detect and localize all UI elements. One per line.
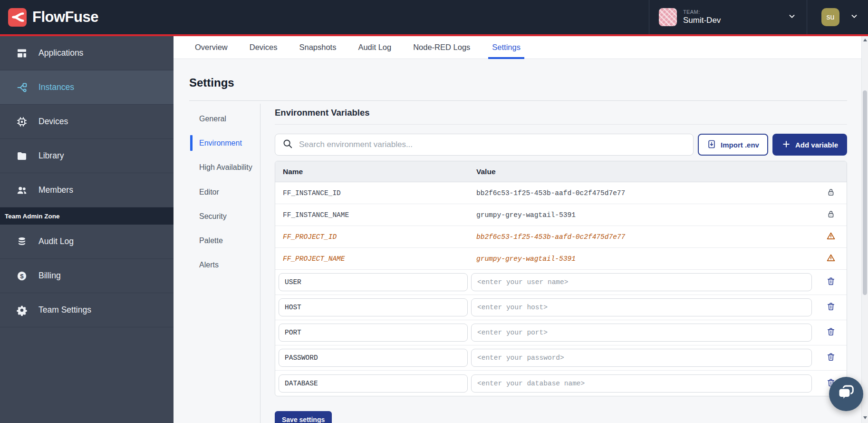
env-var-value: bb2f6c53-1f25-453b-aafd-0c2f475d7e77: [476, 233, 815, 241]
billing-icon: $: [16, 270, 28, 282]
topbar-right: TEAM: Sumit-Dev su: [649, 0, 868, 34]
vertical-scrollbar[interactable]: [861, 36, 868, 423]
sidebar-item-label: Audit Log: [39, 236, 74, 246]
chat-widget-button[interactable]: [829, 377, 863, 411]
main-area: OverviewDevicesSnapshotsAudit LogNode-RE…: [174, 36, 868, 423]
import-env-button[interactable]: Import .env: [698, 134, 768, 156]
save-settings-button[interactable]: Save settings: [275, 411, 332, 423]
devices-icon: [16, 116, 28, 128]
lock-icon: [826, 187, 836, 199]
deprecated-warning-indicator: [815, 231, 847, 243]
env-value-input[interactable]: [471, 273, 812, 291]
delete-variable-button[interactable]: [815, 327, 847, 338]
env-var-value: grumpy-grey-wagtail-5391: [476, 211, 815, 219]
tab-node-red-logs[interactable]: Node-RED Logs: [409, 36, 474, 59]
sidebar-item-audit-log[interactable]: Audit Log: [0, 225, 174, 259]
settings-nav-alerts[interactable]: Alerts: [189, 253, 260, 277]
add-variable-button[interactable]: Add variable: [772, 134, 847, 156]
tab-overview[interactable]: Overview: [191, 36, 231, 59]
settings-nav-general[interactable]: General: [189, 107, 260, 131]
env-variables-table: NameValueFF_INSTANCE_IDbb2f6c53-1f25-453…: [275, 161, 847, 396]
trash-icon: [826, 302, 836, 313]
tab-audit-log[interactable]: Audit Log: [354, 36, 395, 59]
search-input[interactable]: [299, 140, 686, 149]
instance-tabbar: OverviewDevicesSnapshotsAudit LogNode-RE…: [174, 36, 868, 59]
sidebar-item-team-settings[interactable]: Team Settings: [0, 293, 174, 327]
warning-icon: [826, 253, 836, 265]
team-name: Sumit-Dev: [683, 16, 721, 25]
environment-divider: [275, 124, 847, 125]
trash-icon: [826, 327, 836, 338]
delete-variable-button[interactable]: [815, 276, 847, 288]
env-name-input[interactable]: [279, 349, 468, 367]
sidebar-item-label: Members: [39, 185, 73, 195]
env-var-row: FF_INSTANCE_IDbb2f6c53-1f25-453b-aafd-0c…: [275, 182, 847, 204]
user-avatar: su: [821, 8, 839, 26]
environment-heading: Environment Variables: [275, 108, 847, 118]
env-name-input[interactable]: [279, 298, 468, 316]
env-var-row: [275, 345, 847, 371]
settings-nav-editor[interactable]: Editor: [189, 180, 260, 204]
tab-devices[interactable]: Devices: [246, 36, 281, 59]
trash-icon: [826, 352, 836, 364]
sidebar-item-applications[interactable]: Applications: [0, 36, 174, 70]
env-var-name: FF_PROJECT_ID: [275, 233, 476, 241]
team-selector[interactable]: TEAM: Sumit-Dev: [649, 0, 807, 34]
env-value-input[interactable]: [471, 349, 812, 367]
sidebar-item-billing[interactable]: $Billing: [0, 259, 174, 293]
env-var-row: FF_PROJECT_IDbb2f6c53-1f25-453b-aafd-0c2…: [275, 226, 847, 248]
lock-icon: [826, 209, 836, 221]
trash-icon: [826, 276, 836, 288]
env-name-input[interactable]: [279, 273, 468, 291]
search-box: [275, 134, 694, 156]
env-name-input[interactable]: [279, 374, 468, 393]
team-text: TEAM: Sumit-Dev: [683, 9, 721, 25]
settings-content: Settings GeneralEnvironmentHigh Availabi…: [174, 59, 861, 423]
sidebar-item-members[interactable]: Members: [0, 173, 174, 207]
applications-icon: [16, 48, 28, 59]
delete-variable-button[interactable]: [815, 302, 847, 313]
settings-nav-security[interactable]: Security: [189, 204, 260, 228]
scroll-down-arrow-icon[interactable]: [863, 416, 867, 419]
sidebar-item-devices[interactable]: Devices: [0, 105, 174, 139]
env-value-input[interactable]: [471, 298, 812, 316]
env-value-input[interactable]: [471, 324, 812, 342]
column-header-value: Value: [476, 167, 815, 176]
plus-icon: [781, 139, 791, 150]
topbar: FlowFuse TEAM: Sumit-Dev su: [0, 0, 868, 34]
env-var-name: FF_INSTANCE_ID: [275, 189, 476, 197]
chevron-down-icon: [788, 12, 796, 22]
settings-nav-palette[interactable]: Palette: [189, 228, 260, 253]
sidebar: ApplicationsInstancesDevicesLibraryMembe…: [0, 36, 174, 423]
sidebar-item-label: Instances: [39, 82, 74, 92]
settings-nav-high-availability[interactable]: High Availability: [189, 155, 260, 179]
settings-subnav: GeneralEnvironmentHigh AvailabilityEdito…: [189, 104, 260, 423]
settings-nav-environment[interactable]: Environment: [189, 131, 260, 155]
scrollbar-thumb[interactable]: [863, 90, 867, 295]
delete-variable-button[interactable]: [815, 352, 847, 364]
env-var-value: bb2f6c53-1f25-453b-aafd-0c2f475d7e77: [476, 189, 815, 197]
env-name-input[interactable]: [279, 324, 468, 342]
page-title: Settings: [189, 76, 847, 89]
import-file-icon: [707, 139, 716, 150]
env-var-row: FF_PROJECT_NAMEgrumpy-grey-wagtail-5391: [275, 248, 847, 270]
scroll-up-arrow-icon[interactable]: [863, 39, 867, 41]
team-settings-icon: [16, 305, 28, 316]
chevron-down-icon: [850, 12, 858, 22]
locked-indicator: [815, 187, 847, 199]
warning-icon: [826, 231, 836, 243]
table-header-row: NameValue: [275, 161, 847, 182]
brand-accent-line: [0, 34, 868, 36]
tab-settings[interactable]: Settings: [488, 36, 524, 59]
locked-indicator: [815, 209, 847, 221]
sidebar-item-library[interactable]: Library: [0, 139, 174, 173]
tab-snapshots[interactable]: Snapshots: [295, 36, 340, 59]
env-var-row: [275, 295, 847, 320]
user-menu[interactable]: su: [807, 0, 868, 34]
audit-log-icon: [16, 236, 28, 247]
env-var-name: FF_INSTANCE_NAME: [275, 211, 476, 219]
team-label: TEAM:: [683, 9, 721, 15]
env-value-input[interactable]: [471, 374, 812, 393]
sidebar-item-instances[interactable]: Instances: [0, 70, 174, 105]
environment-toolbar: Import .env Add variable: [275, 134, 847, 156]
